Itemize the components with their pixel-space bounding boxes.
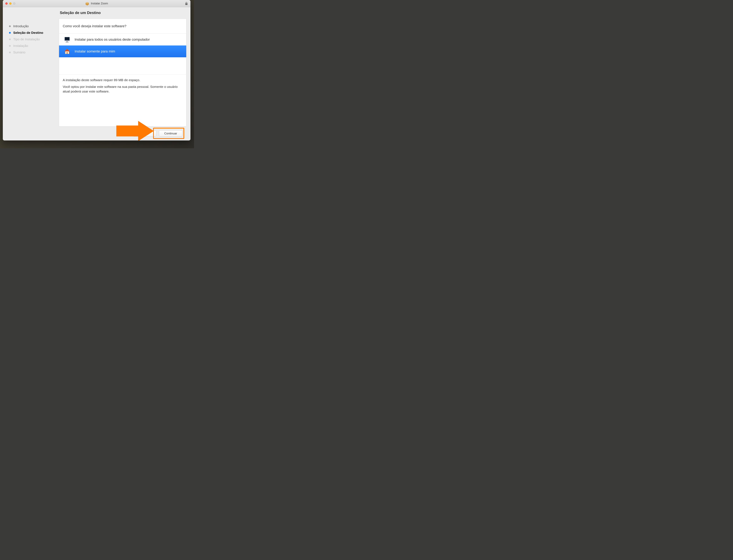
option-install-all-users[interactable]: Instalar para todos os usuários deste co… bbox=[59, 34, 186, 45]
step-label: Sumário bbox=[13, 50, 25, 54]
svg-marker-2 bbox=[86, 2, 89, 4]
svg-rect-6 bbox=[64, 40, 70, 41]
close-window-button[interactable] bbox=[5, 2, 8, 5]
computer-icon bbox=[64, 36, 71, 43]
svg-rect-13 bbox=[67, 50, 68, 51]
main-pane: Seleção de um Destino Como você deseja i… bbox=[59, 7, 190, 140]
step-dot-icon bbox=[9, 32, 11, 34]
page-title: Seleção de um Destino bbox=[60, 11, 186, 15]
step-dot-icon bbox=[9, 25, 11, 27]
panel-footer: A instalação deste software requer 89 MB… bbox=[59, 74, 186, 98]
step-label: Seleção de Destino bbox=[13, 31, 43, 35]
continue-button[interactable]: Continuar bbox=[159, 130, 182, 137]
home-icon bbox=[64, 48, 71, 55]
step-dot-icon bbox=[9, 52, 11, 53]
back-button[interactable]: Voltar bbox=[133, 130, 156, 137]
step-destination-select: Seleção de Destino bbox=[9, 31, 59, 35]
svg-rect-3 bbox=[185, 3, 187, 5]
options-spacer bbox=[59, 57, 186, 74]
option-label: Instalar somente para mim bbox=[75, 49, 115, 53]
step-installation: Instalação bbox=[9, 44, 59, 48]
package-icon bbox=[85, 2, 89, 6]
lock-icon[interactable] bbox=[185, 2, 188, 5]
window-title: Instalar Zoom bbox=[91, 2, 108, 5]
zoom-window-button bbox=[13, 2, 15, 5]
window-controls bbox=[3, 2, 15, 5]
step-dot-icon bbox=[9, 45, 11, 47]
step-label: Tipo de Instalação bbox=[13, 37, 40, 41]
step-installation-type: Tipo de Instalação bbox=[9, 37, 59, 41]
installer-window: Instalar Zoom Introdução Seleção de Dest… bbox=[3, 0, 190, 140]
button-row: Voltar Continuar bbox=[59, 126, 186, 140]
install-question: Como você deseja instalar este software? bbox=[59, 19, 186, 34]
step-dot-icon bbox=[9, 38, 11, 40]
svg-rect-5 bbox=[65, 37, 69, 40]
steps-sidebar: Introdução Seleção de Destino Tipo de In… bbox=[3, 7, 59, 140]
svg-rect-8 bbox=[66, 42, 69, 43]
choice-description-text: Você optou por instalar este software na… bbox=[63, 84, 183, 94]
option-label: Instalar para todos os usuários deste co… bbox=[75, 38, 150, 42]
step-label: Instalação bbox=[13, 44, 28, 48]
destination-panel: Como você deseja instalar este software? bbox=[59, 19, 186, 126]
svg-rect-12 bbox=[67, 52, 68, 54]
svg-marker-11 bbox=[64, 49, 70, 51]
titlebar: Instalar Zoom bbox=[3, 0, 190, 7]
step-label: Introdução bbox=[13, 24, 29, 28]
option-install-current-user[interactable]: Instalar somente para mim bbox=[59, 45, 186, 57]
svg-rect-7 bbox=[66, 41, 68, 42]
step-summary: Sumário bbox=[9, 50, 59, 54]
install-options-list: Instalar para todos os usuários deste co… bbox=[59, 34, 186, 74]
space-required-text: A instalação deste software requer 89 MB… bbox=[63, 78, 183, 82]
minimize-window-button[interactable] bbox=[9, 2, 12, 5]
svg-marker-0 bbox=[86, 2, 89, 5]
step-introduction: Introdução bbox=[9, 24, 59, 28]
